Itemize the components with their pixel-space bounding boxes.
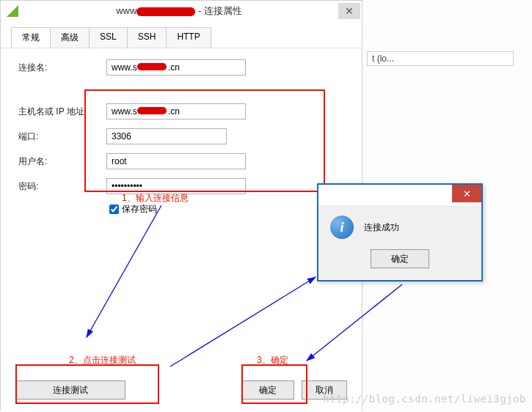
bottom-buttons: 连接测试 确定 取消 (1, 380, 362, 400)
label-port: 端口: (18, 130, 106, 143)
row-port: 端口: (18, 128, 344, 145)
test-connection-button[interactable]: 连接测试 (15, 380, 125, 400)
connection-properties-window: www - 连接属性 ✕ 常规 高级 SSL SSH HTTP 连接名: .cn… (0, 0, 362, 411)
tab-general[interactable]: 常规 (11, 27, 51, 48)
msgbox-text: 连接成功 (364, 221, 399, 234)
msgbox-titlebar: ✕ (318, 185, 481, 205)
row-password: 密码: (18, 177, 344, 195)
side-panel-text: t (lo... (367, 51, 514, 66)
msgbox-body: i 连接成功 (318, 205, 481, 249)
row-user: 用户名: (18, 152, 344, 170)
label-connection-name: 连接名: (18, 62, 106, 74)
message-box: ✕ i 连接成功 确定 (317, 183, 483, 282)
cancel-button[interactable]: 取消 (302, 380, 347, 400)
save-password-checkbox[interactable] (109, 205, 119, 214)
tabs: 常规 高级 SSL SSH HTTP (1, 21, 362, 48)
tab-advanced[interactable]: 高级 (50, 27, 90, 48)
password-input[interactable] (106, 178, 246, 194)
tab-ssh[interactable]: SSH (127, 27, 167, 48)
ok-button[interactable]: 确定 (241, 380, 294, 400)
titlebar: www - 连接属性 ✕ (1, 1, 362, 21)
user-input[interactable] (106, 153, 246, 169)
label-password: 密码: (18, 180, 106, 193)
close-button[interactable]: ✕ (338, 3, 360, 19)
row-connection-name: 连接名: .cn (18, 59, 344, 76)
title-text-suffix: - 连接属性 (195, 5, 242, 16)
title-text-prefix: www (116, 5, 136, 16)
row-save-password: 保存密码 (106, 202, 344, 216)
redacted-title (136, 7, 195, 16)
redacted-host (137, 107, 167, 114)
save-password-label: 保存密码 (122, 203, 157, 216)
tab-http[interactable]: HTTP (166, 27, 211, 48)
port-input[interactable] (106, 128, 227, 144)
connection-name-input[interactable] (106, 59, 246, 76)
info-icon: i (330, 216, 354, 239)
app-icon (5, 4, 20, 18)
host-input[interactable] (106, 103, 246, 119)
msgbox-ok-button[interactable]: 确定 (371, 249, 429, 268)
label-host: 主机名或 IP 地址: (18, 106, 106, 118)
label-user: 用户名: (18, 155, 106, 168)
msgbox-close-button[interactable]: ✕ (452, 185, 481, 202)
redacted-conn-name (137, 63, 167, 70)
row-host: 主机名或 IP 地址: .cn (18, 103, 344, 120)
tab-ssl[interactable]: SSL (89, 27, 128, 48)
window-title: www - 连接属性 (20, 4, 338, 18)
form-area: 连接名: .cn 主机名或 IP 地址: .cn 端口: 用户名: (1, 48, 362, 412)
msgbox-footer: 确定 (318, 249, 481, 276)
